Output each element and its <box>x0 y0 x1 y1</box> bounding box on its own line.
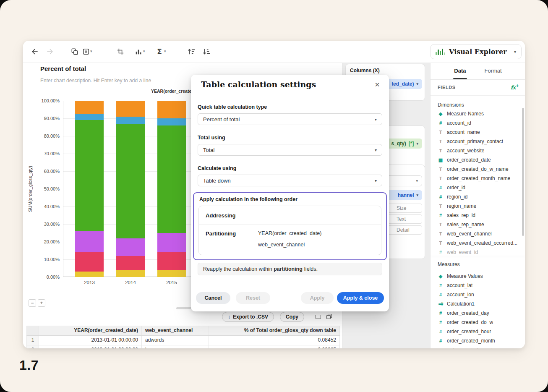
add-calculation-icon[interactable]: fx+ <box>511 83 519 91</box>
field-label: sales_rep_name <box>447 222 484 227</box>
bar-segment[interactable] <box>157 101 186 118</box>
field-item[interactable]: Tsales_rep_name <box>431 220 521 229</box>
field-item[interactable]: Tweb_event_channel <box>431 229 521 238</box>
bar-segment[interactable] <box>157 252 186 270</box>
zoom-out-button[interactable]: − <box>29 299 36 307</box>
field-label: web_event_id <box>447 249 478 255</box>
field-item[interactable]: #order_created_month <box>431 336 521 345</box>
columns-shelf-label: Columns (X) <box>346 64 425 73</box>
field-item[interactable]: #order_created_day <box>431 308 521 318</box>
number-field-icon: # <box>438 320 444 325</box>
back-button[interactable] <box>29 46 40 57</box>
bar-segment[interactable] <box>157 233 186 252</box>
text-field-icon: T <box>438 176 444 181</box>
export-csv-button[interactable]: ↓ Export to .CSV <box>222 312 274 322</box>
table-header-cell: web_event_channel <box>142 326 209 335</box>
collapse-table-icon[interactable] <box>316 314 321 319</box>
bar-segment[interactable] <box>75 231 104 252</box>
bar-segment[interactable] <box>157 270 186 277</box>
field-item[interactable]: ◈Measure Values <box>431 272 521 281</box>
expand-table-icon[interactable] <box>326 314 332 319</box>
field-label: order_id <box>447 185 465 191</box>
field-item[interactable]: Taccount_website <box>431 146 521 155</box>
number-field-icon: # <box>438 185 444 190</box>
calculation-order-label: Apply calculation in the following order <box>199 196 297 202</box>
modal-select-2[interactable]: Total▾ <box>198 144 382 156</box>
aggregate-sigma-icon[interactable]: Σ <box>154 46 165 57</box>
number-field-icon: # <box>438 283 444 288</box>
field-item[interactable]: #region_id <box>431 192 521 201</box>
partitioning-hint: Reapply the calculation within partition… <box>198 263 382 275</box>
table-cell: 2013-01-01 00:00:00 <box>39 345 142 348</box>
y-tick-label: 10.00% <box>23 257 60 262</box>
sidebar-scrollbar[interactable] <box>522 108 524 236</box>
field-label: Measure Values <box>447 273 483 279</box>
field-label: order_created_month <box>447 338 495 344</box>
field-label: sales_rep_id <box>447 212 475 218</box>
apply-and-close-button[interactable]: Apply & close <box>337 292 384 304</box>
page-background: ▾ ▾ Σ ▾ Visual Explorer <box>0 0 548 392</box>
bar-segment[interactable] <box>75 252 104 272</box>
tab-data[interactable]: Data <box>454 63 466 79</box>
chevron-down-icon: ▾ <box>416 82 418 86</box>
fields-sidebar: DataFormat FIELDS fx+ Dimensions ◈Measur… <box>430 63 525 348</box>
field-item[interactable]: #web_event_id <box>431 248 521 257</box>
partitioning-field: web_event_channel <box>258 242 321 248</box>
bar-segment[interactable] <box>157 118 186 125</box>
sort-ascending-icon[interactable] <box>186 46 197 57</box>
chart-column-header: YEAR(order_created_d <box>151 89 191 94</box>
table-header-row: YEAR(order_created_date)web_event_channe… <box>26 326 340 336</box>
bar-segment[interactable] <box>75 114 104 120</box>
modal-select-3[interactable]: Table down▾ <box>198 175 382 186</box>
bar-segment[interactable] <box>75 272 104 277</box>
modal-select-1[interactable]: Percent of total▾ <box>198 113 382 125</box>
chart-description-placeholder[interactable]: Enter chart description. Hit Enter key t… <box>40 78 151 84</box>
field-item[interactable]: ▦order_created_date <box>431 155 521 165</box>
field-item[interactable]: Torder_created_month_name <box>431 174 521 183</box>
chart-title[interactable]: Percent of total <box>40 65 86 72</box>
sort-descending-icon[interactable] <box>201 46 212 57</box>
field-item[interactable]: =#Calculation1 <box>431 299 521 308</box>
field-item[interactable]: #account_lon <box>431 290 521 299</box>
field-label: order_created_do_w <box>447 319 493 325</box>
field-item[interactable]: #order_created_hour <box>431 327 521 336</box>
field-item[interactable]: Tweb_event_created_occurred... <box>431 238 521 248</box>
dimensions-label: Dimensions <box>438 102 464 108</box>
chevron-down-icon[interactable]: ▾ <box>90 49 92 53</box>
field-item[interactable]: Torder_created_do_w_name <box>431 165 521 174</box>
bar-segment[interactable] <box>116 117 145 124</box>
field-item[interactable]: #account_lat <box>431 281 521 290</box>
cancel-button[interactable]: Cancel <box>196 292 230 304</box>
calculation-order-section: Apply calculation in the following order… <box>193 192 387 260</box>
tab-format[interactable]: Format <box>485 63 502 79</box>
crop-icon[interactable] <box>115 46 126 57</box>
bar-segment[interactable] <box>116 256 145 270</box>
field-item[interactable]: #order_id <box>431 183 521 192</box>
bar-segment[interactable] <box>116 124 145 238</box>
field-item[interactable]: #order_created_do_w <box>431 318 521 327</box>
bar-segment[interactable] <box>75 120 104 231</box>
bar-segment[interactable] <box>116 101 145 117</box>
zoom-in-button[interactable]: + <box>38 299 45 307</box>
copy-button[interactable]: Copy <box>280 312 304 322</box>
bar-segment[interactable] <box>75 101 104 114</box>
addressing-row: Addressing <box>199 206 381 225</box>
field-item[interactable]: #account_id <box>431 118 521 128</box>
close-icon[interactable]: ✕ <box>373 81 381 89</box>
chart-type-icon[interactable] <box>133 46 144 57</box>
duplicate-chart-icon[interactable] <box>69 46 80 57</box>
bar-segment[interactable] <box>116 270 145 277</box>
field-item[interactable]: ◈Measure Names <box>431 109 521 118</box>
visual-explorer-switcher[interactable]: Visual Explorer ▾ <box>430 44 522 59</box>
field-item[interactable]: Taccount_primary_contact <box>431 137 521 146</box>
bar-segment[interactable] <box>157 125 186 233</box>
chevron-down-icon[interactable]: ▾ <box>164 49 166 53</box>
partitioning-field: YEAR(order_created_date) <box>258 230 321 236</box>
table-cell: adwords <box>142 336 209 345</box>
field-item[interactable]: Tregion_name <box>431 201 521 211</box>
field-item[interactable]: Taccount_name <box>431 128 521 137</box>
chevron-down-icon[interactable]: ▾ <box>143 49 145 53</box>
field-item[interactable]: #sales_rep_id <box>431 211 521 220</box>
bar-segment[interactable] <box>116 238 145 256</box>
field-item[interactable]: #order_created_quarter <box>431 345 521 348</box>
